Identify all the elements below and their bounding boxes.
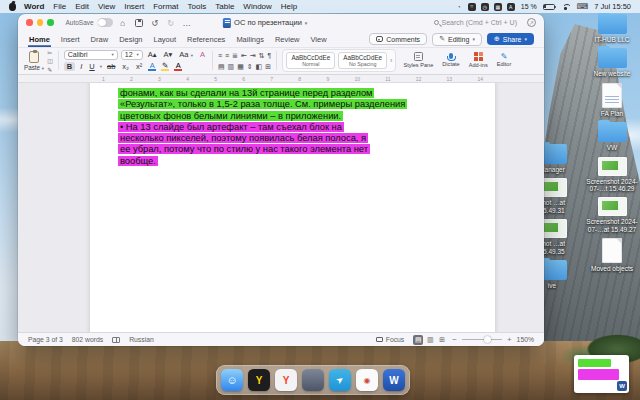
view-mode-icon[interactable]: ▤ bbox=[413, 335, 423, 345]
font-name-select[interactable]: Calibri▾ bbox=[64, 50, 118, 60]
ribbon-tab[interactable]: Mailings bbox=[235, 32, 265, 47]
highlighted-text[interactable]: «Результат», только в 1,5-2 раза толще. … bbox=[118, 99, 407, 109]
autosave-toggle[interactable] bbox=[98, 18, 113, 27]
ribbon-tab[interactable]: Draw bbox=[90, 32, 110, 47]
share-button[interactable]: ⊕ Share ▾ bbox=[487, 33, 534, 45]
paragraph-tool-icon[interactable]: ⊞ bbox=[265, 62, 271, 71]
wifi-icon[interactable] bbox=[561, 3, 571, 11]
comments-button[interactable]: Comments bbox=[369, 33, 427, 45]
style-normal[interactable]: AaBbCcDdEe Normal bbox=[286, 52, 335, 69]
paragraph-tool-icon[interactable]: ⇕ bbox=[247, 62, 253, 71]
highlighted-text[interactable]: • На 13 слайде был артефакт – там съехал… bbox=[118, 122, 344, 132]
minimized-document-thumbnail[interactable]: W bbox=[574, 355, 629, 393]
underline-caret[interactable]: ▾ bbox=[100, 64, 102, 69]
menu-item[interactable]: Window bbox=[243, 2, 271, 11]
desktop-icon[interactable]: VW bbox=[586, 122, 638, 151]
shrink-font-button[interactable]: A▾ bbox=[162, 50, 175, 59]
document-page[interactable]: фонами, как вы сделали на 13й странице п… bbox=[90, 83, 495, 332]
superscript-button[interactable]: x² bbox=[134, 62, 144, 71]
ribbon-tab[interactable]: Insert bbox=[60, 32, 81, 47]
font-size-select[interactable]: 12▾ bbox=[121, 50, 143, 60]
dock-app-icon[interactable]: Y bbox=[248, 369, 270, 391]
zoom-level[interactable]: 150% bbox=[517, 336, 534, 343]
word-count[interactable]: 802 words bbox=[72, 336, 103, 343]
change-case-button[interactable]: Aa ▾ bbox=[177, 50, 195, 60]
addins-button[interactable]: Add-ins bbox=[467, 49, 490, 72]
desktop-icon[interactable]: Screenshot 2024-07-…t 15.46.29 bbox=[586, 157, 638, 193]
dock-app-icon[interactable]: Y bbox=[275, 369, 297, 391]
highlight-color-button[interactable]: ✎ bbox=[160, 62, 170, 72]
ribbon-tab[interactable]: Design bbox=[118, 32, 143, 47]
paragraph-tool-icon[interactable]: ⇥ bbox=[250, 51, 256, 60]
highlighted-text[interactable]: вообще. bbox=[118, 156, 158, 166]
battery-icon[interactable] bbox=[543, 4, 555, 10]
editor-button[interactable]: ✎ Editor bbox=[495, 49, 514, 72]
minimize-window-button[interactable] bbox=[37, 19, 44, 26]
grow-font-button[interactable]: A▴ bbox=[146, 50, 159, 59]
highlighted-text[interactable]: цветовых фонов белыми линиями – в прилож… bbox=[118, 111, 343, 121]
ribbon-tab[interactable]: References bbox=[186, 32, 226, 47]
highlighted-text[interactable]: фонами, как вы сделали на 13й странице п… bbox=[118, 88, 374, 98]
clipboard-tool-icon[interactable]: ◫ bbox=[47, 57, 53, 64]
font-color-button[interactable]: A bbox=[173, 62, 183, 72]
save-icon[interactable] bbox=[135, 19, 143, 27]
share-sync-icon[interactable]: ↗ bbox=[527, 18, 536, 27]
dictate-button[interactable]: Dictate bbox=[440, 49, 461, 72]
undo-icon[interactable]: ↺ bbox=[149, 18, 161, 28]
highlighted-text[interactable]: ее убрал, потому что по стилю у нас тако… bbox=[118, 144, 370, 154]
ribbon-tab[interactable]: Layout bbox=[152, 32, 177, 47]
menubar-extra-icon[interactable]: ◷ bbox=[481, 3, 489, 11]
strikethrough-button[interactable]: ab bbox=[105, 62, 117, 71]
paragraph-tool-icon[interactable]: ≣ bbox=[232, 51, 238, 60]
editing-mode-button[interactable]: ✎ Editing ▾ bbox=[432, 33, 482, 46]
dock-app-icon[interactable] bbox=[302, 369, 324, 391]
dock-app-icon[interactable]: ➤ bbox=[329, 369, 351, 391]
more-actions-icon[interactable]: … bbox=[181, 18, 193, 28]
proofing-icon[interactable] bbox=[112, 337, 120, 343]
menu-item[interactable]: Table bbox=[215, 2, 234, 11]
menu-item[interactable]: Format bbox=[153, 2, 178, 11]
zoom-out-icon[interactable]: − bbox=[452, 335, 457, 344]
menubar-extra-icon[interactable]: ⌗ bbox=[468, 3, 476, 11]
home-icon[interactable]: ⌂ bbox=[117, 18, 129, 28]
styles-gallery-more-icon[interactable]: › bbox=[390, 57, 392, 64]
menu-item[interactable]: View bbox=[98, 2, 115, 11]
paragraph-tool-icon[interactable]: ▤ bbox=[218, 62, 225, 71]
focus-mode-button[interactable]: Focus bbox=[372, 335, 409, 344]
desktop-icon[interactable]: IT-HUB LLC bbox=[586, 14, 638, 43]
dock-app-icon[interactable]: ☺ bbox=[221, 369, 243, 391]
menubar-clock[interactable]: 7 Jul 15:50 bbox=[594, 2, 631, 11]
text-effects-button[interactable]: A bbox=[147, 62, 157, 72]
menu-item[interactable]: Help bbox=[281, 2, 297, 11]
dock-app-icon[interactable]: W bbox=[383, 369, 405, 391]
paragraph-tool-icon[interactable]: ⇤ bbox=[241, 51, 247, 60]
menu-item[interactable]: Tools bbox=[188, 2, 207, 11]
zoom-in-icon[interactable]: + bbox=[507, 335, 512, 344]
paragraph-tool-icon[interactable]: ▥ bbox=[228, 62, 235, 71]
document-title[interactable]: ОС по презентации ▾ bbox=[223, 18, 307, 28]
keyboard-icon[interactable]: ⌨ bbox=[577, 3, 589, 11]
menubar-extra-icon[interactable]: ▦ bbox=[494, 3, 502, 11]
search-field[interactable]: Search (Cmd + Ctrl + U) bbox=[434, 19, 517, 26]
desktop-icon[interactable]: Moved objects bbox=[586, 238, 638, 272]
menu-item[interactable]: Word bbox=[24, 2, 44, 11]
paragraph-tool-icon[interactable]: ⇅ bbox=[259, 51, 265, 60]
paragraph-tool-icon[interactable]: ▦ bbox=[237, 62, 244, 71]
subscript-button[interactable]: x₂ bbox=[120, 62, 131, 71]
style-no-spacing[interactable]: AaBbCcDdEe No Spacing bbox=[338, 52, 387, 69]
clipboard-tool-icon[interactable]: ✂ bbox=[47, 49, 53, 56]
bold-button[interactable]: B bbox=[64, 62, 75, 71]
ribbon-tab[interactable]: Home bbox=[28, 32, 51, 47]
underline-button[interactable]: U bbox=[87, 62, 96, 71]
paragraph-tool-icon[interactable]: ≡ bbox=[225, 51, 229, 60]
paragraph-tool-icon[interactable]: ≡ bbox=[218, 51, 222, 60]
highlighted-text[interactable]: несколько пикселей, поэтому появилась бе… bbox=[118, 133, 368, 143]
page-count[interactable]: Page 3 of 3 bbox=[28, 336, 63, 343]
menubar-extra-icon[interactable]: A bbox=[507, 3, 515, 11]
view-mode-icon[interactable]: ▥ bbox=[425, 335, 435, 345]
horizontal-ruler[interactable]: 1234567891011121314 bbox=[18, 75, 544, 83]
paragraph-tool-icon[interactable]: ◧ bbox=[256, 62, 263, 71]
menu-item[interactable]: File bbox=[53, 2, 66, 11]
redo-icon[interactable]: ↻ bbox=[165, 18, 177, 28]
zoom-slider[interactable] bbox=[462, 339, 502, 340]
